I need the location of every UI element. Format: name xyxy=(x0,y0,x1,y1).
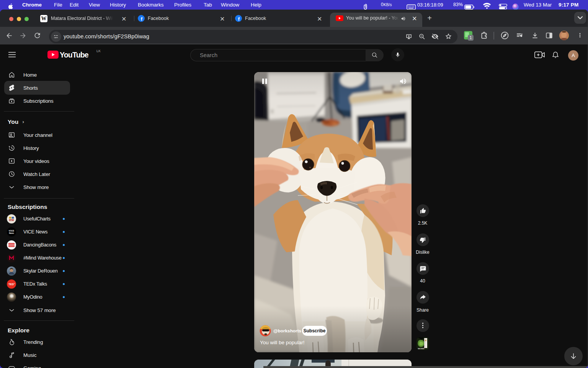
svg-text:WICKED: WICKED xyxy=(418,348,425,350)
svg-text:Subscribe: Subscribe xyxy=(303,328,325,334)
svg-text:You will be popular!: You will be popular! xyxy=(260,340,305,345)
svg-text:@borkshorts: @borkshorts xyxy=(273,328,302,334)
svg-text:x: x xyxy=(14,282,15,284)
svg-text:f: f xyxy=(238,16,240,22)
svg-text:News: News xyxy=(9,232,14,234)
svg-text:CHARTS: CHARTS xyxy=(9,220,15,221)
svg-text:TED: TED xyxy=(8,283,14,286)
svg-text:f: f xyxy=(141,16,143,22)
